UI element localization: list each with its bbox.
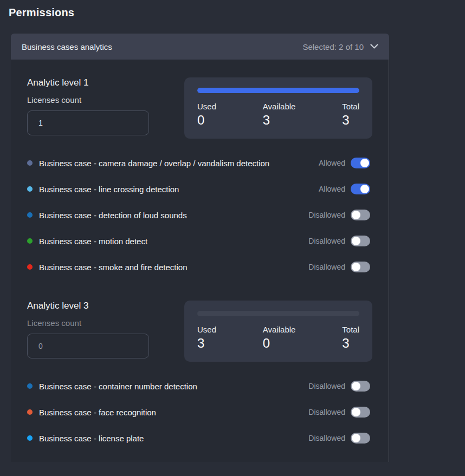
license-stats-card: Used 0 Available 3 Total 3	[184, 77, 372, 139]
case-label: Business case - smoke and fire detection	[39, 263, 308, 272]
case-label: Business case - line crossing detection	[39, 185, 319, 194]
case-toggle[interactable]	[351, 262, 370, 272]
case-status: Allowed	[319, 185, 345, 193]
case-row-license-plate: Business case - license plate Disallowed	[27, 425, 372, 451]
case-toggle[interactable]	[351, 210, 370, 220]
license-stats-card: Used 3 Available 0 Total 3	[184, 301, 372, 362]
licenses-count-label: Licenses count	[27, 95, 179, 105]
case-color-dot	[27, 264, 33, 270]
case-toggle[interactable]	[351, 381, 370, 392]
case-color-dot	[27, 186, 33, 192]
case-row-camera-damage: Business case - camera damage / overlap …	[27, 150, 372, 176]
license-progress-bar	[197, 88, 359, 93]
case-toggle[interactable]	[351, 407, 370, 418]
case-row-line-crossing: Business case - line crossing detection …	[27, 176, 372, 202]
case-color-dot	[27, 383, 33, 389]
chevron-down-icon[interactable]	[370, 44, 378, 49]
case-color-dot	[27, 435, 33, 441]
business-cases-panel: Business cases analytics Selected: 2 of …	[11, 34, 389, 462]
case-status: Allowed	[319, 159, 345, 167]
license-progress-bar	[197, 311, 359, 316]
case-status: Disallowed	[308, 211, 345, 219]
panel-body: Analytic level 1 Licenses count Used 0	[11, 60, 389, 462]
case-row-smoke-fire: Business case - smoke and fire detection…	[27, 254, 372, 280]
stat-used: Used 0	[197, 102, 216, 128]
licenses-count-input[interactable]	[27, 110, 149, 135]
section-heading: Analytic level 3	[27, 301, 179, 311]
case-status: Disallowed	[308, 263, 345, 271]
stat-total: Total 3	[342, 325, 359, 351]
case-label: Business case - face recognition	[39, 408, 308, 417]
case-row-loud-sounds: Business case - detection of loud sounds…	[27, 202, 372, 228]
case-label: Business case - camera damage / overlap …	[39, 159, 319, 168]
page-title: Permissions	[0, 0, 465, 19]
case-row-face-recognition: Business case - face recognition Disallo…	[27, 399, 372, 425]
case-color-dot	[27, 238, 33, 244]
case-status: Disallowed	[308, 434, 345, 442]
case-row-container-number: Business case - container number detecti…	[27, 373, 372, 399]
stat-available: Available 3	[263, 102, 296, 128]
licenses-count-input[interactable]	[27, 334, 149, 358]
section-heading: Analytic level 1	[27, 77, 179, 88]
case-toggle[interactable]	[351, 236, 370, 246]
licenses-count-label: Licenses count	[27, 318, 179, 328]
case-toggle[interactable]	[351, 158, 370, 168]
section-analytic-level-3: Analytic level 3 Licenses count Used 3	[27, 301, 372, 451]
case-status: Disallowed	[308, 237, 345, 245]
case-label: Business case - container number detecti…	[39, 382, 308, 391]
case-toggle[interactable]	[351, 184, 370, 194]
stat-total: Total 3	[342, 102, 359, 128]
stat-available: Available 0	[263, 325, 296, 351]
case-color-dot	[27, 212, 33, 218]
case-status: Disallowed	[308, 408, 345, 416]
panel-title: Business cases analytics	[22, 42, 112, 51]
case-label: Business case - license plate	[39, 434, 308, 443]
case-color-dot	[27, 160, 33, 166]
section-analytic-level-1: Analytic level 1 Licenses count Used 0	[27, 77, 372, 280]
case-label: Business case - motion detect	[39, 237, 308, 246]
stat-used: Used 3	[197, 325, 216, 351]
case-toggle[interactable]	[351, 433, 370, 444]
case-row-motion-detect: Business case - motion detect Disallowed	[27, 228, 372, 254]
panel-header[interactable]: Business cases analytics Selected: 2 of …	[11, 34, 389, 60]
case-label: Business case - detection of loud sounds	[39, 211, 308, 220]
case-color-dot	[27, 409, 33, 415]
case-status: Disallowed	[308, 382, 345, 390]
selected-summary: Selected: 2 of 10	[302, 42, 364, 51]
